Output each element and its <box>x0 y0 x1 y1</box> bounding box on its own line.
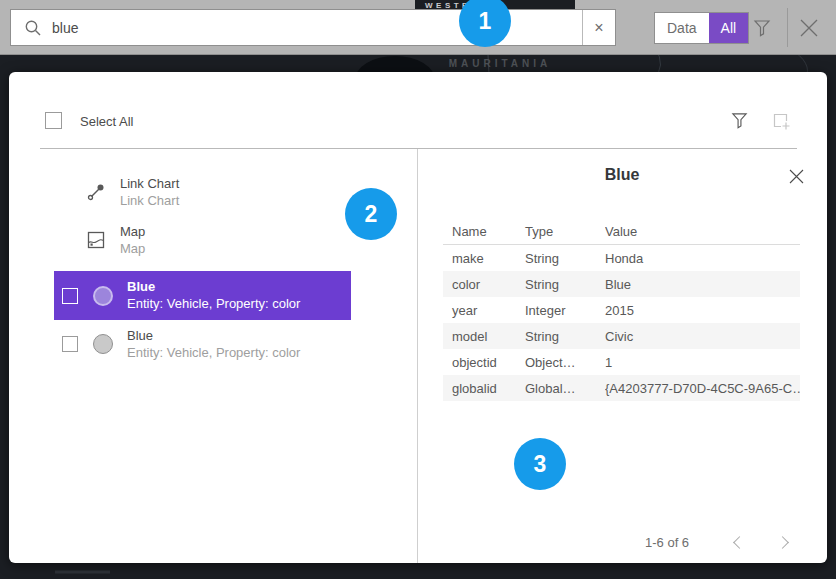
table-header-row: Name Type Value <box>443 218 800 245</box>
detail-title: Blue <box>417 166 827 184</box>
cell-type: Object… <box>525 355 605 370</box>
table-row[interactable]: objectid Object… 1 <box>443 349 800 375</box>
result-icon <box>92 285 114 307</box>
result-subtitle: Link Chart <box>120 192 179 209</box>
select-all-label: Select All <box>80 114 133 129</box>
detail-close-icon[interactable] <box>788 168 805 185</box>
search-results-panel: Select All Link Chart Link Chart Map Map… <box>9 72 827 563</box>
search-box: × <box>10 9 616 46</box>
pagination: 1-6 of 6 <box>645 534 787 550</box>
table-row[interactable]: year Integer 2015 <box>443 297 800 323</box>
result-icon <box>85 229 107 251</box>
map-label-mauritania: MAURITANIA <box>380 58 620 69</box>
table-row[interactable]: color String Blue <box>443 271 800 297</box>
result-list-item[interactable]: Link Chart Link Chart <box>54 168 351 216</box>
result-list-item[interactable]: Blue Entity: Vehicle, Property: color <box>54 271 351 320</box>
scope-data-button[interactable]: Data <box>655 13 709 43</box>
callout-badge-3: 3 <box>514 438 566 490</box>
attributes-table: Name Type Value make String Honda color … <box>443 218 800 401</box>
result-title: Link Chart <box>120 176 179 192</box>
previous-page-icon[interactable] <box>733 536 746 549</box>
cell-value: {A4203777-D70D-4C5C-9A65-C… <box>605 381 800 396</box>
cell-value: 1 <box>605 355 800 370</box>
result-title: Blue <box>127 279 300 295</box>
cell-type: String <box>525 251 605 266</box>
cell-type: Integer <box>525 303 605 318</box>
callout-badge-2: 2 <box>345 188 397 240</box>
cell-type: String <box>525 277 605 292</box>
cell-name: make <box>443 251 525 266</box>
result-list-item[interactable]: Blue Entity: Vehicle, Property: color <box>54 320 351 368</box>
search-icon <box>24 19 42 37</box>
results-list: Link Chart Link Chart Map Map Blue Entit… <box>40 168 374 368</box>
cell-name: globalid <box>443 381 525 396</box>
result-checkbox[interactable] <box>62 336 78 352</box>
clear-search-button[interactable]: × <box>582 10 615 45</box>
app-screen: MAURITANIA × Data All WESTER Select All <box>0 0 836 579</box>
cell-value: Civic <box>605 329 800 344</box>
result-subtitle: Entity: Vehicle, Property: color <box>127 344 300 361</box>
result-icon <box>85 181 107 203</box>
filter-icon[interactable] <box>752 17 772 39</box>
cell-name: color <box>443 277 525 292</box>
cell-type: Global… <box>525 381 605 396</box>
close-search-icon[interactable] <box>797 16 821 40</box>
scope-all-button[interactable]: All <box>709 13 749 43</box>
cell-name: year <box>443 303 525 318</box>
scope-segmented-control: Data All <box>654 12 749 44</box>
result-subtitle: Entity: Vehicle, Property: color <box>127 295 300 312</box>
column-header-value: Value <box>605 224 800 239</box>
result-title: Map <box>120 224 145 240</box>
table-row[interactable]: model String Civic <box>443 323 800 349</box>
cell-name: objectid <box>443 355 525 370</box>
cell-name: model <box>443 329 525 344</box>
result-subtitle: Map <box>120 240 145 257</box>
cell-value: Blue <box>605 277 800 292</box>
result-icon <box>92 333 114 355</box>
column-header-type: Type <box>525 224 605 239</box>
result-list-item[interactable]: Map Map <box>54 216 351 264</box>
toolbar-divider <box>787 8 788 47</box>
select-all-checkbox[interactable] <box>45 112 62 129</box>
table-row[interactable]: make String Honda <box>443 245 800 271</box>
pagination-label: 1-6 of 6 <box>645 535 689 550</box>
detail-pane: Blue Name Type Value make String Honda c… <box>417 72 827 563</box>
cell-value: 2015 <box>605 303 800 318</box>
result-title: Blue <box>127 328 300 344</box>
result-checkbox[interactable] <box>62 288 78 304</box>
cell-type: String <box>525 329 605 344</box>
next-page-icon[interactable] <box>776 536 789 549</box>
column-header-name: Name <box>443 224 525 239</box>
table-row[interactable]: globalid Global… {A4203777-D70D-4C5C-9A6… <box>443 375 800 401</box>
table-body: make String Honda color String Blue year… <box>443 245 800 401</box>
cell-value: Honda <box>605 251 800 266</box>
